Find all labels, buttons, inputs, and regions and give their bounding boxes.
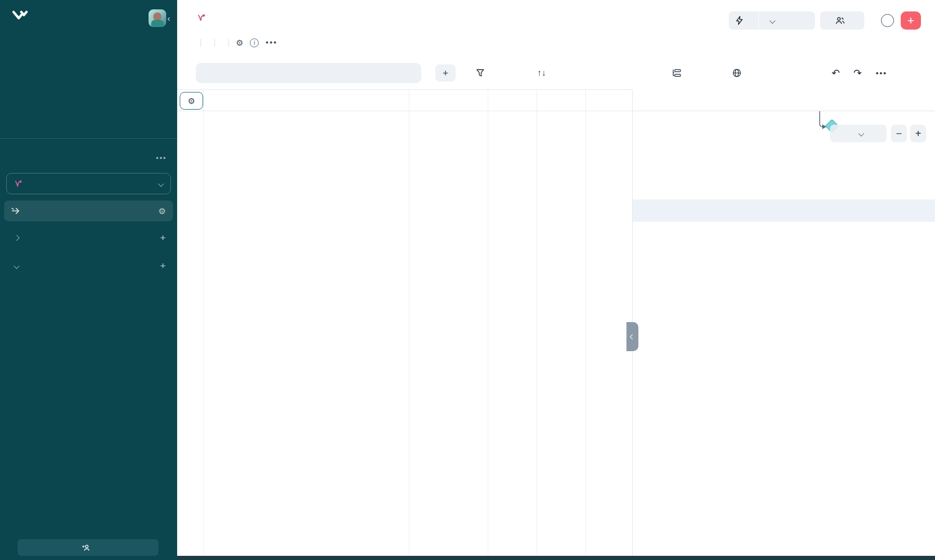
wrike-logo: [12, 9, 33, 22]
help-button[interactable]: [881, 14, 894, 27]
sidebar-item-space-overview[interactable]: ⚙: [4, 201, 173, 221]
sidebar-item-projects-folders[interactable]: +: [0, 256, 177, 276]
divider: [758, 11, 759, 30]
expand-control[interactable]: [672, 66, 686, 79]
chevron-right-icon: [14, 235, 19, 241]
horizontal-scrollbar[interactable]: [177, 556, 935, 560]
space-section-header: •••: [14, 154, 167, 162]
redo-icon: ↷: [853, 67, 862, 79]
chevron-down-icon: [158, 181, 164, 186]
more-icon: •••: [876, 69, 887, 77]
table-settings-button[interactable]: ⚙: [180, 92, 203, 110]
divider: [215, 39, 215, 47]
space-selector[interactable]: [6, 173, 171, 194]
divider: [201, 39, 201, 47]
share-button[interactable]: [820, 11, 864, 30]
chevron-down-icon: [858, 130, 864, 136]
undo-icon: ↶: [832, 67, 840, 79]
funnel-icon: [476, 69, 484, 77]
sort-control[interactable]: ↑↓: [537, 66, 551, 79]
sidebar-item-tools[interactable]: +: [0, 228, 177, 248]
task-table: ⚙: [177, 89, 632, 556]
table-header: [177, 90, 632, 111]
collapse-table-icon: [630, 334, 635, 339]
add-project-icon[interactable]: +: [160, 260, 166, 272]
gantt-header-border: [633, 111, 935, 111]
wrike-logo-icon: [12, 9, 28, 22]
redo-button[interactable]: ↷: [853, 66, 862, 79]
share-people-icon: [835, 17, 845, 24]
zoom-out-button[interactable]: −: [891, 125, 907, 142]
public-snapshots-control[interactable]: [732, 66, 746, 79]
more-icon[interactable]: •••: [265, 38, 277, 47]
view-tabs: [196, 63, 421, 83]
gear-icon[interactable]: ⚙: [158, 206, 166, 216]
sidebar: ‹ ••• ⚙ + +: [0, 0, 177, 560]
zoom-in-button[interactable]: +: [910, 125, 926, 142]
sidebar-collapse-icon[interactable]: ‹: [167, 14, 170, 24]
expand-icon: [672, 69, 681, 77]
divider: [229, 39, 229, 47]
info-icon[interactable]: i: [250, 38, 259, 47]
space-more-icon[interactable]: •••: [156, 154, 167, 162]
add-tool-icon[interactable]: +: [160, 232, 166, 244]
toolbar-more-button[interactable]: •••: [876, 66, 887, 79]
panel-splitter[interactable]: [626, 322, 638, 351]
space-icon: [14, 180, 22, 188]
selected-row-highlight: [633, 199, 935, 222]
globe-icon: [732, 69, 741, 77]
overview-icon: [11, 207, 21, 215]
chevron-down-icon[interactable]: [769, 18, 775, 23]
create-button[interactable]: +: [901, 11, 921, 30]
gantt-chart: − +: [632, 89, 935, 556]
filter-control[interactable]: [476, 66, 489, 79]
automation-button[interactable]: [729, 11, 815, 30]
invite-button[interactable]: [18, 539, 158, 556]
project-meta: ⚙ i •••: [194, 37, 277, 48]
invite-user-icon: [82, 544, 90, 551]
sort-arrows-icon: ↑↓: [537, 68, 546, 78]
add-view-button[interactable]: +: [435, 64, 456, 82]
sidebar-divider: [0, 138, 177, 139]
project-icon: [197, 14, 206, 22]
lightning-icon: [736, 16, 743, 25]
avatar[interactable]: [149, 9, 166, 27]
chevron-down-icon: [14, 263, 19, 269]
settings-gear-icon[interactable]: ⚙: [236, 38, 243, 48]
timescale-dropdown[interactable]: [830, 125, 887, 142]
undo-button[interactable]: ↶: [832, 66, 840, 79]
